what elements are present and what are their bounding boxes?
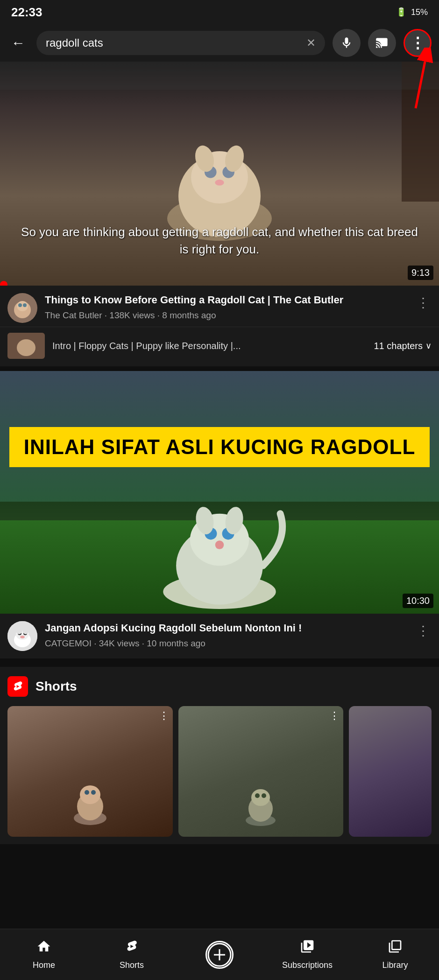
- status-bar: 22:33 🔋 15%: [0, 0, 439, 24]
- nav-library[interactable]: Library: [351, 935, 439, 974]
- short-item-3[interactable]: [349, 706, 432, 837]
- library-icon: [388, 939, 403, 958]
- search-input[interactable]: ragdoll cats: [46, 36, 103, 49]
- video2-more-button[interactable]: ⋮: [415, 621, 432, 640]
- more-options-icon: ⋮: [410, 34, 425, 52]
- video2-bg: INILAH SIFAT ASLI KUCING RAGDOLL 10:30: [0, 371, 439, 614]
- video2-info-row: Jangan Adopsi Kucing Ragdoll Sebelum Non…: [0, 614, 439, 658]
- svg-point-36: [85, 790, 89, 795]
- video1-stats-combined: The Cat Butler · 138K views · 8 months a…: [45, 310, 407, 321]
- video1-meta: Things to Know Before Getting a Ragdoll …: [45, 293, 407, 321]
- progress-dot: [0, 281, 7, 286]
- create-icon: [205, 941, 234, 969]
- short2-more-button[interactable]: ⋮: [329, 710, 340, 722]
- nav-shorts[interactable]: Shorts: [88, 935, 176, 974]
- short-item-2[interactable]: ⋮: [178, 706, 344, 837]
- shorts-row: ⋮ ⋮: [7, 706, 432, 837]
- video2-stats: CATGEMOI · 34K views · 10 months ago: [45, 638, 407, 649]
- short-item-1[interactable]: ⋮: [7, 706, 173, 837]
- nav-create[interactable]: [176, 937, 263, 973]
- chevron-down-icon: ∨: [425, 341, 432, 351]
- short2-cat-icon: [235, 776, 286, 827]
- status-time: 22:33: [11, 5, 42, 20]
- nav-home-label: Home: [33, 960, 55, 970]
- nav-shorts-label: Shorts: [120, 960, 144, 970]
- short1-cat-icon: [67, 771, 113, 827]
- video2-channel-avatar[interactable]: [7, 621, 37, 651]
- svg-point-40: [251, 789, 270, 806]
- search-input-container[interactable]: ragdoll cats ✕: [36, 31, 325, 55]
- video1-thumbnail[interactable]: So you are thinking about getting a ragd…: [0, 62, 439, 286]
- nav-subscriptions-label: Subscriptions: [282, 960, 333, 970]
- video1-chapters-row[interactable]: Intro | Floppy Cats | Puppy like Persona…: [0, 327, 439, 366]
- mic-button[interactable]: [333, 29, 361, 57]
- svg-point-24: [215, 540, 224, 549]
- shorts-nav-icon: [124, 939, 139, 958]
- home-icon: [36, 939, 51, 958]
- svg-point-37: [91, 790, 96, 795]
- nav-library-label: Library: [382, 960, 408, 970]
- shorts-logo-icon: [7, 676, 28, 697]
- short1-more-button[interactable]: ⋮: [159, 710, 169, 722]
- shorts-section-title: Shorts: [35, 679, 77, 694]
- shorts-play-icon: [11, 680, 24, 693]
- cat-on-grass-svg: [131, 488, 308, 609]
- more-options-button[interactable]: ⋮: [404, 29, 432, 57]
- chapter-preview-text: Intro | Floppy Cats | Puppy like Persona…: [52, 341, 366, 351]
- status-icons: 🔋 15%: [396, 7, 428, 17]
- cast-icon: [375, 36, 389, 49]
- shorts-section: Shorts ⋮ ⋮: [0, 663, 439, 844]
- svg-point-16: [17, 339, 35, 356]
- svg-point-9: [215, 180, 224, 186]
- video2-banner: INILAH SIFAT ASLI KUCING RAGDOLL: [9, 427, 430, 467]
- bottom-nav: Home Shorts Subscriptions: [0, 929, 439, 980]
- cast-button[interactable]: [368, 29, 396, 57]
- svg-point-13: [18, 303, 22, 307]
- video1-more-button[interactable]: ⋮: [415, 293, 432, 312]
- nav-home[interactable]: Home: [0, 935, 88, 974]
- video2-title[interactable]: Jangan Adopsi Kucing Ragdoll Sebelum Non…: [45, 621, 407, 636]
- video1-title[interactable]: Things to Know Before Getting a Ragdoll …: [45, 293, 407, 308]
- video2-meta: Jangan Adopsi Kucing Ragdoll Sebelum Non…: [45, 621, 407, 649]
- search-bar: ← ragdoll cats ✕ ⋮: [0, 24, 439, 62]
- svg-point-35: [80, 785, 100, 804]
- back-button[interactable]: ←: [7, 31, 29, 55]
- svg-point-32: [20, 636, 25, 638]
- video1-subtitle-overlay: So you are thinking about getting a ragd…: [0, 224, 439, 258]
- battery-level: 15%: [411, 7, 428, 17]
- video1-channel-avatar[interactable]: [7, 293, 37, 323]
- avatar-cat-icon: [7, 293, 37, 323]
- shorts-header: Shorts: [7, 676, 432, 697]
- section-separator-2: [0, 658, 439, 663]
- nav-subscriptions[interactable]: Subscriptions: [263, 935, 351, 974]
- avatar2-icon: [7, 621, 37, 651]
- avatar-image: [7, 293, 37, 323]
- video2-banner-text: INILAH SIFAT ASLI KUCING RAGDOLL: [24, 435, 416, 458]
- video1-info-row: Things to Know Before Getting a Ragdoll …: [0, 286, 439, 327]
- svg-point-42: [262, 793, 266, 798]
- svg-point-14: [23, 303, 27, 307]
- chapters-count-button[interactable]: 11 chapters ∨: [374, 341, 432, 351]
- clear-search-button[interactable]: ✕: [306, 36, 316, 49]
- chapter-thumb-icon: [7, 333, 45, 359]
- mic-icon: [340, 36, 353, 49]
- section-separator-1: [0, 366, 439, 371]
- video2-thumbnail[interactable]: INILAH SIFAT ASLI KUCING RAGDOLL 10:30: [0, 371, 439, 614]
- video2-duration: 10:30: [403, 594, 433, 608]
- video1-subtitle-text: So you are thinking about getting a ragd…: [21, 225, 418, 256]
- subscriptions-icon: [300, 939, 315, 958]
- video1-duration: 9:13: [408, 266, 433, 280]
- chapter-thumbnail: [7, 333, 45, 359]
- svg-point-41: [255, 793, 260, 798]
- battery-icon: 🔋: [396, 7, 406, 17]
